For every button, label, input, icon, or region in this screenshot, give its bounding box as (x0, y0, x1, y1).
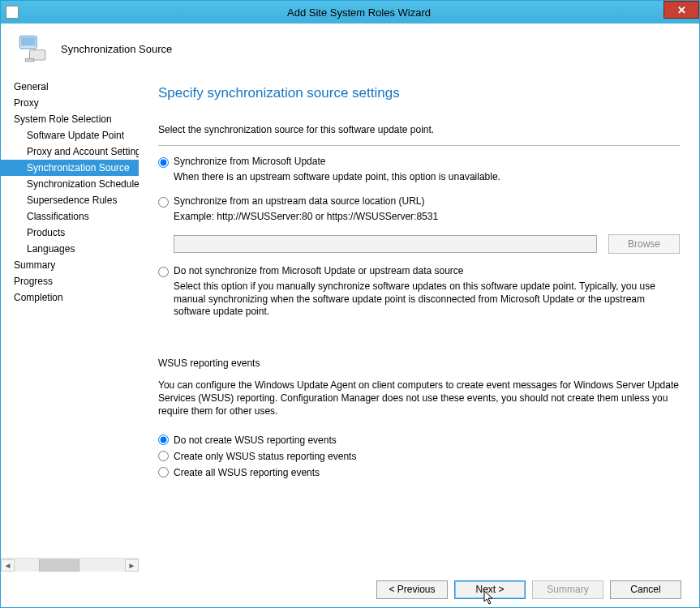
browse-button[interactable]: Browse (608, 234, 680, 254)
wsus-title: WSUS reporting events (158, 358, 680, 369)
content-panel: Specify synchronization source settings … (139, 74, 699, 572)
summary-button[interactable]: Summary (532, 580, 603, 599)
radio-wsus-status-label: Create only WSUS status reporting events (174, 451, 356, 462)
radio-no-sync[interactable] (158, 267, 169, 277)
nav-item-synchronization-schedule[interactable]: Synchronization Schedule (1, 176, 139, 192)
radio-ms-update-label: Synchronize from Microsoft Update (174, 156, 325, 167)
wsus-desc: You can configure the Windows Update Age… (158, 379, 680, 418)
header-title: Synchronization Source (61, 43, 172, 55)
wsus-option-status[interactable]: Create only WSUS status reporting events (158, 451, 680, 462)
radio-upstream-desc: Example: http://WSUSServer:80 or https:/… (174, 211, 680, 224)
radio-wsus-status[interactable] (158, 451, 169, 461)
scroll-track[interactable] (15, 559, 125, 572)
nav-item-proxy-and-account-settings[interactable]: Proxy and Account Settings (1, 143, 139, 160)
radio-wsus-all-label: Create all WSUS reporting events (174, 467, 320, 478)
nav-item-completion[interactable]: Completion (1, 289, 139, 306)
radio-no-sync-label: Do not synchronize from Microsoft Update… (174, 265, 464, 276)
radio-wsus-none[interactable] (158, 435, 169, 445)
svg-rect-3 (25, 58, 34, 62)
nav-item-progress[interactable]: Progress (1, 273, 139, 289)
close-button[interactable]: ✕ (663, 1, 699, 19)
intro-text: Select the synchronization source for th… (158, 124, 680, 135)
wizard-icon (15, 32, 49, 66)
radio-no-sync-desc: Select this option if you manually synch… (174, 280, 680, 319)
nav-item-classifications[interactable]: Classifications (1, 208, 139, 225)
radio-wsus-all[interactable] (158, 467, 169, 477)
sync-option-upstream[interactable]: Synchronize from an upstream data source… (158, 195, 680, 208)
footer-buttons: < Previous Next > Summary Cancel (1, 572, 699, 607)
radio-wsus-none-label: Do not create WSUS reporting events (174, 435, 337, 446)
titlebar: Add Site System Roles Wizard ✕ (1, 1, 699, 24)
window-title: Add Site System Roles Wizard (19, 6, 699, 19)
scroll-left-arrow-icon[interactable]: ◄ (1, 559, 15, 572)
nav-item-software-update-point[interactable]: Software Update Point (1, 127, 139, 143)
sidebar: GeneralProxySystem Role SelectionSoftwar… (1, 74, 139, 572)
nav-item-summary[interactable]: Summary (1, 257, 139, 273)
previous-button[interactable]: < Previous (376, 580, 448, 599)
nav-item-languages[interactable]: Languages (1, 241, 139, 257)
nav-item-system-role-selection[interactable]: System Role Selection (1, 111, 139, 127)
wsus-option-all[interactable]: Create all WSUS reporting events (158, 467, 680, 478)
nav-item-synchronization-source[interactable]: Synchronization Source (1, 160, 139, 176)
wizard-window: Add Site System Roles Wizard ✕ Synchroni… (0, 0, 700, 608)
sync-option-none[interactable]: Do not synchronize from Microsoft Update… (158, 265, 680, 277)
app-icon (6, 6, 19, 19)
next-button[interactable]: Next > (454, 580, 526, 599)
scroll-right-arrow-icon[interactable]: ► (125, 559, 139, 572)
upstream-url-input[interactable] (174, 235, 597, 253)
radio-ms-update[interactable] (158, 157, 169, 168)
radio-ms-update-desc: When there is an upstream software updat… (174, 171, 680, 184)
sidebar-horizontal-scrollbar[interactable]: ◄ ► (1, 558, 139, 572)
nav-item-supersedence-rules[interactable]: Supersedence Rules (1, 192, 139, 208)
radio-upstream[interactable] (158, 197, 169, 208)
nav-item-proxy[interactable]: Proxy (1, 95, 139, 111)
wsus-option-none[interactable]: Do not create WSUS reporting events (158, 435, 680, 446)
svg-rect-1 (21, 37, 36, 46)
sync-option-ms-update[interactable]: Synchronize from Microsoft Update (158, 156, 680, 168)
divider (158, 145, 680, 146)
nav-item-general[interactable]: General (1, 79, 139, 95)
header-band: Synchronization Source (1, 24, 699, 74)
body-area: GeneralProxySystem Role SelectionSoftwar… (1, 74, 699, 572)
radio-upstream-label: Synchronize from an upstream data source… (174, 195, 424, 207)
page-title: Specify synchronization source settings (158, 85, 680, 101)
nav-item-products[interactable]: Products (1, 225, 139, 241)
cancel-button[interactable]: Cancel (610, 580, 681, 599)
scroll-thumb[interactable] (39, 559, 79, 572)
wsus-section: WSUS reporting events You can configure … (158, 358, 680, 478)
